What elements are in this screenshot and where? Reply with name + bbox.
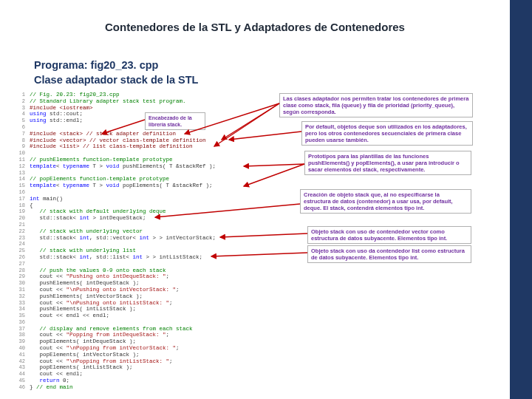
code-line: 8#include <vector> // vector class-templ…: [16, 137, 271, 144]
code-text: pushElements( intVectorStack );: [30, 293, 271, 300]
code-line: 37 // display and remove elements from e…: [16, 326, 271, 332]
code-text: #include <vector> // vector class-templa…: [30, 137, 271, 144]
code-line: 41 popElements( intVectorStack );: [16, 352, 271, 358]
code-text: [30, 189, 271, 196]
line-number: 4: [16, 111, 30, 117]
line-number: 40: [16, 345, 30, 352]
line-number: 31: [16, 287, 30, 293]
line-number: 33: [16, 300, 30, 307]
code-line: 45 return 0;: [16, 378, 271, 384]
code-line: 22 // stack with underlying vector: [16, 228, 271, 235]
line-number: 17: [16, 196, 30, 202]
line-number: 22: [16, 228, 30, 235]
code-line: 20 std::stack< int > intDequeStack;: [16, 215, 271, 222]
line-number: 9: [16, 143, 30, 150]
code-text: cout << "Popping from intDequeStack: ";: [30, 332, 271, 338]
line-number: 15: [16, 183, 30, 189]
line-number: 30: [16, 280, 30, 287]
callout-vector-stack: Objeto stack con uso de contendedor vect…: [307, 226, 471, 244]
code-text: // stack with default underlying deque: [30, 208, 271, 215]
code-line: 9#include <list> // list class-template …: [16, 143, 271, 150]
code-line: 28 // push the values 0-9 onto each stac…: [16, 267, 271, 274]
code-line: 39 popElements( intDequeStack );: [16, 338, 271, 345]
line-number: 41: [16, 352, 30, 358]
callout-prototypes: Prototipos para las plantillas de las fu…: [304, 151, 471, 175]
line-number: 16: [16, 189, 30, 196]
code-text: pushElements( intListStack );: [30, 306, 271, 313]
code-line: 44 cout << endl;: [16, 371, 271, 378]
code-line: 6: [16, 124, 271, 131]
code-text: [30, 170, 271, 177]
line-number: 6: [16, 124, 30, 131]
code-line: 26 std::stack< int, std::list< int > > i…: [16, 254, 271, 261]
code-line: 2// Standard Library adapter stack test …: [16, 98, 271, 105]
code-line: 4using std::cout;: [16, 111, 271, 117]
code-text: cout << "\nPopping from intListStack: ";: [30, 358, 271, 365]
code-text: // stack with underlying vector: [30, 228, 271, 235]
line-number: 18: [16, 202, 30, 209]
line-number: 44: [16, 371, 30, 378]
code-text: cout << "Pushing onto intDequeStack: ";: [30, 273, 271, 280]
line-number: 24: [16, 241, 30, 248]
callout-default-stack: Creación de objeto stack que, al no espe…: [300, 189, 471, 214]
code-text: popElements( intListStack );: [30, 364, 271, 371]
program-label: Programa: fig20_23. cpp: [34, 59, 158, 71]
line-number: 32: [16, 293, 30, 300]
code-line: 7#include <stack> // stack adapter defin…: [16, 131, 271, 137]
code-text: [30, 222, 271, 228]
code-line: 13: [16, 170, 271, 177]
line-number: 12: [16, 163, 30, 170]
code-text: {: [30, 202, 271, 209]
line-number: 36: [16, 319, 30, 326]
line-number: 45: [16, 378, 30, 384]
code-text: pushElements( intDequeStack );: [30, 280, 271, 287]
code-text: std::stack< int, std::list< int > > intL…: [30, 254, 271, 261]
line-number: 7: [16, 131, 30, 137]
code-text: } // end main: [30, 384, 271, 391]
code-text: cout << endl;: [30, 371, 271, 378]
code-text: int main(): [30, 196, 271, 202]
code-line: 31 cout << "\nPushing onto intVectorStac…: [16, 287, 271, 293]
code-line: 38 cout << "Popping from intDequeStack: …: [16, 332, 271, 338]
code-line: 46} // end main: [16, 384, 271, 391]
code-line: 15template< typename T > void popElement…: [16, 183, 271, 189]
line-number: 27: [16, 261, 30, 267]
line-number: 8: [16, 137, 30, 144]
code-line: 16: [16, 189, 271, 196]
code-text: // display and remove elements from each…: [30, 326, 271, 332]
line-number: 26: [16, 254, 30, 261]
line-number: 39: [16, 338, 30, 345]
code-text: cout << endl << endl;: [30, 313, 271, 319]
code-text: // Fig. 20.23: fig20_23.cpp: [30, 92, 271, 98]
code-line: 10: [16, 150, 271, 157]
code-line: 43 popElements( intListStack );: [16, 364, 271, 371]
callout-adapters: Las clases adaptador nos permiten tratar…: [279, 93, 473, 117]
code-line: 14// popElements function-template proto…: [16, 176, 271, 183]
code-line: 19 // stack with default underlying dequ…: [16, 208, 271, 215]
line-number: 11: [16, 157, 30, 163]
code-text: #include <iostream>: [30, 105, 271, 112]
code-line: 18{: [16, 202, 271, 209]
code-line: 24: [16, 241, 271, 248]
code-text: // Standard Library adapter stack test p…: [30, 98, 271, 105]
line-number: 28: [16, 267, 30, 274]
line-number: 42: [16, 358, 30, 365]
line-number: 43: [16, 364, 30, 371]
line-number: 37: [16, 326, 30, 332]
line-number: 35: [16, 313, 30, 319]
code-line: 23 std::stack< int, std::vector< int > >…: [16, 235, 271, 242]
code-line: 1// Fig. 20.23: fig20_23.cpp: [16, 92, 271, 98]
code-text: template< typename T > void pushElements…: [30, 163, 271, 170]
code-line: 35 cout << endl << endl;: [16, 313, 271, 319]
code-line: 12template< typename T > void pushElemen…: [16, 163, 271, 170]
line-number: 19: [16, 208, 30, 215]
code-text: [30, 261, 271, 267]
code-line: 5using std::endl;: [16, 117, 271, 124]
code-line: 34 pushElements( intListStack );: [16, 306, 271, 313]
right-sidebar: [510, 0, 532, 399]
code-text: // pushElements function-template protot…: [30, 157, 271, 163]
code-listing: 1// Fig. 20.23: fig20_23.cpp2// Standard…: [16, 92, 271, 391]
code-line: 30 pushElements( intDequeStack );: [16, 280, 271, 287]
code-text: [30, 319, 271, 326]
code-text: cout << "\nPushing onto intVectorStack: …: [30, 287, 271, 293]
